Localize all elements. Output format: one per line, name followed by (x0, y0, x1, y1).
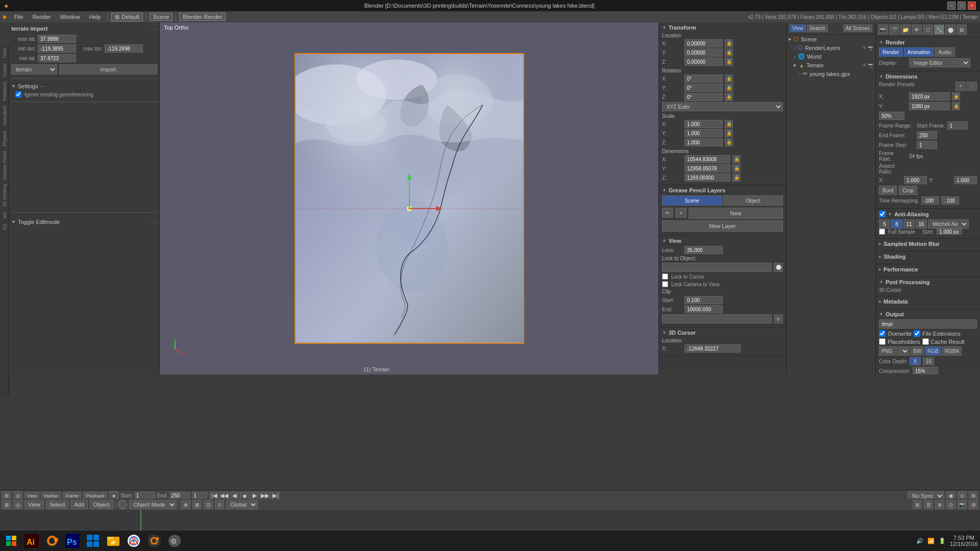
time-remap-old[interactable] (921, 196, 939, 205)
vtab-create[interactable]: Create (1, 61, 8, 79)
dim-y-input[interactable] (684, 164, 730, 172)
cursor-x-input[interactable] (684, 344, 741, 353)
taskbar-explorer[interactable]: 📁 (104, 532, 122, 550)
dim-z-input[interactable] (684, 173, 730, 182)
dim-x-lock[interactable]: 🔒 (732, 155, 741, 163)
scene-tree-renderlayers[interactable]: ◦ ⬡ RenderLayers 👁 📷 (787, 43, 875, 52)
mode-select[interactable]: Object Mode (129, 500, 177, 509)
frame-step-input[interactable] (917, 141, 937, 149)
aa-filter-select[interactable]: Mitchell-Netravali (928, 219, 969, 229)
res-y-input[interactable] (909, 102, 950, 110)
close-button[interactable]: ✕ (968, 2, 976, 10)
scene-tree-world[interactable]: ◦ 🌐 World (787, 52, 875, 61)
vtab-animation[interactable]: Animation (1, 104, 8, 128)
audio-button[interactable]: Audio (935, 47, 955, 57)
res-pct-input[interactable] (879, 112, 904, 120)
terrain-vis-icon[interactable]: 👁 (862, 63, 867, 68)
local-camera-icon[interactable]: ⊙ (774, 314, 783, 323)
scale-z-lock[interactable]: 🔒 (725, 138, 733, 146)
res-x-input[interactable] (909, 92, 950, 101)
rot-y-input[interactable] (684, 84, 723, 92)
import-button[interactable]: import (59, 64, 157, 74)
maximize-button[interactable]: □ (958, 2, 966, 10)
aspect-y-input[interactable] (954, 176, 977, 184)
bb-icon6[interactable]: ⚙ (969, 500, 978, 509)
gp-edit-icon[interactable]: ✏ (662, 208, 673, 218)
output-path-input[interactable] (879, 319, 977, 329)
props-texture-icon[interactable]: ⊞ (957, 24, 967, 35)
presets-remove-btn[interactable]: - (967, 82, 977, 91)
props-output-icon[interactable]: 📁 (900, 24, 911, 35)
start-frame-input[interactable] (947, 121, 968, 130)
aa-11-btn[interactable]: 11 (903, 219, 915, 229)
lock-cursor-checkbox[interactable] (662, 273, 668, 280)
layout-badge[interactable]: ⊞ Default (111, 13, 143, 21)
rot-x-input[interactable] (684, 74, 723, 83)
scene-tree-gpx[interactable]: ◦ ✏ young lakes.gpx (787, 69, 875, 78)
loc-y-lock[interactable]: 🔒 (725, 48, 733, 57)
scene-tree-search-tab[interactable]: Search (807, 24, 828, 32)
format-select[interactable]: PNG (879, 346, 910, 356)
props-render-icon[interactable]: 🎬 (889, 24, 899, 35)
renderlayers-render-icon[interactable]: 📷 (868, 45, 873, 51)
local-camera-input[interactable] (662, 314, 772, 323)
renderlayers-vis-icon[interactable]: 👁 (862, 45, 867, 51)
vtab-gs[interactable]: GS (1, 221, 8, 232)
scene-tree-all-scenes-tab[interactable]: All Scenes (843, 24, 872, 32)
vtab-ism[interactable]: ism (1, 210, 8, 221)
scale-y-lock[interactable]: 🔒 (725, 129, 733, 137)
windows-start-button[interactable] (2, 532, 20, 550)
select-menu-btn[interactable]: Select (46, 500, 69, 509)
bb-icon4[interactable]: ⊙ (946, 500, 955, 509)
menu-help[interactable]: Help (85, 12, 105, 22)
res-y-lock[interactable]: 🔒 (952, 102, 960, 110)
taskbar-illustrator[interactable]: Ai (22, 532, 41, 550)
object-mode-icon[interactable] (118, 500, 127, 509)
gp-new-layer-button[interactable]: New Layer (662, 220, 783, 232)
animation-button[interactable]: Animation (904, 47, 934, 57)
lock-obj-input[interactable] (662, 263, 772, 272)
terrain-type-select[interactable]: terrain (11, 64, 57, 74)
aa-checkbox[interactable] (879, 211, 886, 217)
object-menu-btn[interactable]: Object (90, 500, 113, 509)
ignore-georef-checkbox[interactable] (15, 91, 21, 97)
orient-icon[interactable]: ⊡ (204, 500, 213, 509)
terrain-render-icon[interactable]: 📷 (868, 63, 873, 68)
settings-section-header[interactable]: ▼ Settings ··· (11, 83, 157, 89)
dim-z-lock[interactable]: 🔒 (732, 173, 741, 182)
rgb-btn[interactable]: RGB (925, 346, 941, 356)
gp-new-button[interactable]: New (689, 208, 783, 219)
cd-8-btn[interactable]: 8 (910, 357, 921, 365)
end-frame-input[interactable] (917, 131, 937, 139)
vtab-physics[interactable]: Physics (1, 129, 8, 148)
overwrite-checkbox[interactable] (879, 330, 886, 337)
presets-add-btn[interactable]: + (955, 82, 966, 91)
taskbar-blender[interactable] (43, 532, 61, 550)
rot-x-lock[interactable]: 🔒 (725, 74, 733, 83)
max-lon-input[interactable] (105, 44, 143, 53)
min-lon-input[interactable] (38, 44, 76, 53)
cd-16-btn[interactable]: 16 (923, 357, 934, 365)
taskbar-photoshop[interactable]: Ps (63, 532, 82, 550)
rot-mode-select[interactable]: XYZ Euler (662, 102, 783, 111)
aa-8-btn[interactable]: 8 (891, 219, 902, 229)
settings-dots-icon[interactable]: ··· (40, 83, 45, 89)
loc-y-input[interactable] (684, 48, 723, 57)
taskbar-windows-apps[interactable] (84, 532, 102, 550)
scene-tree-terrain[interactable]: ▸ ▲ Terrain 👁 📷 (787, 61, 875, 69)
bw-btn[interactable]: BW (911, 346, 924, 356)
gp-add-icon[interactable]: + (675, 208, 687, 218)
dim-x-input[interactable] (684, 155, 730, 163)
lens-input[interactable] (684, 246, 723, 254)
size-input[interactable] (937, 229, 962, 235)
menu-file[interactable]: File (10, 12, 28, 22)
aspect-x-input[interactable] (904, 176, 927, 184)
render-engine-badge[interactable]: Blender Render (179, 13, 226, 21)
snap-icon[interactable]: ⊠ (192, 500, 202, 509)
vtab-tools[interactable]: Tools (1, 46, 8, 61)
taskbar-blender2[interactable] (145, 532, 163, 550)
loc-x-lock[interactable]: 🔒 (725, 39, 733, 47)
scale-y-input[interactable] (684, 129, 723, 137)
lock-obj-icon[interactable]: ⚪ (774, 263, 783, 272)
pivot-icon[interactable]: ⊕ (181, 500, 190, 509)
